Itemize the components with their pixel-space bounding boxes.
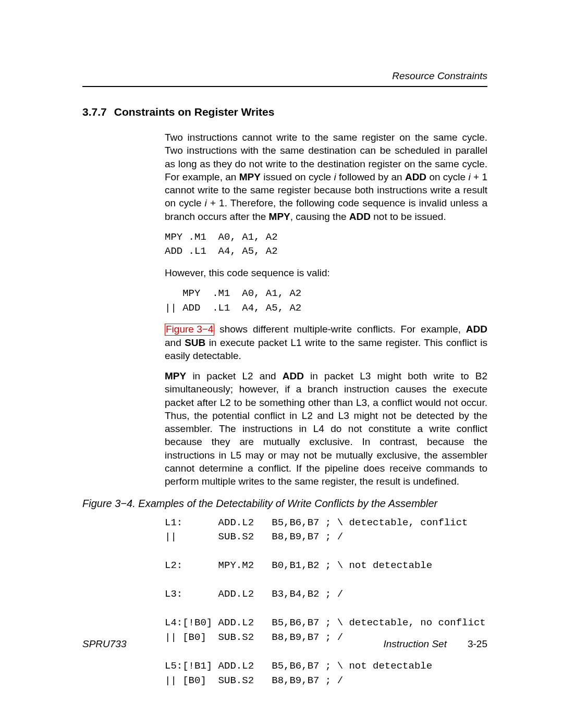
bold-mpy: MPY [269,211,290,222]
bold-add: ADD [466,324,487,335]
text: and [165,337,185,348]
paragraph-1: Two instructions cannot write to the sam… [165,131,487,223]
bold-add: ADD [349,211,371,222]
body-column: Two instructions cannot write to the sam… [165,131,487,488]
text: on cycle [426,171,468,182]
figure-caption: Figure 3−4. Examples of the Detectabilit… [82,498,487,510]
text: not to be issued. [371,211,446,222]
footer-doc-id: SPRU733 [82,638,127,650]
section-number: 3.7.7 [82,106,107,118]
bold-sub: SUB [185,337,205,348]
page: Resource Constraints 3.7.7Constraints on… [0,0,563,728]
page-footer: SPRU733 Instruction Set3-25 [82,638,487,650]
bold-add: ADD [405,171,426,182]
bold-mpy: MPY [165,371,186,381]
figure-link[interactable]: Figure 3−4 [165,324,214,336]
code-block-1: MPY .M1 A0, A1, A2 ADD .L1 A4, A5, A2 [165,230,487,259]
running-head: Resource Constraints [82,70,487,82]
text: followed by an [336,171,405,182]
section-title: Constraints on Register Writes [114,106,275,118]
code-block-2: MPY .M1 A0, A1, A2 || ADD .L1 A4, A5, A2 [165,287,487,315]
paragraph-3: Figure 3−4 shows different multiple-writ… [165,323,487,362]
paragraph-4: MPY in packet L2 and ADD in packet L3 mi… [165,369,487,488]
footer-chapter: Instruction Set [384,638,447,649]
text: in packet L3 might both write to B2 simu… [165,371,487,487]
header-rule [82,86,487,87]
bold-mpy: MPY [239,171,261,182]
text: shows different multiple-write conflicts… [214,324,466,335]
figure-body: L1: ADD.L2 B5,B6,B7 ; \ detectable, conf… [165,516,487,688]
footer-page-number: 3-25 [468,638,487,649]
text: in execute packet L1 write to the same r… [165,337,487,361]
text: in packet L2 and [186,371,283,381]
paragraph-2: However, this code sequence is valid: [165,266,487,279]
bold-add: ADD [283,371,304,381]
text: issued on cycle [261,171,334,182]
text: , causing the [290,211,349,222]
code-block-3: L1: ADD.L2 B5,B6,B7 ; \ detectable, conf… [165,516,487,688]
section-heading: 3.7.7Constraints on Register Writes [82,106,487,118]
